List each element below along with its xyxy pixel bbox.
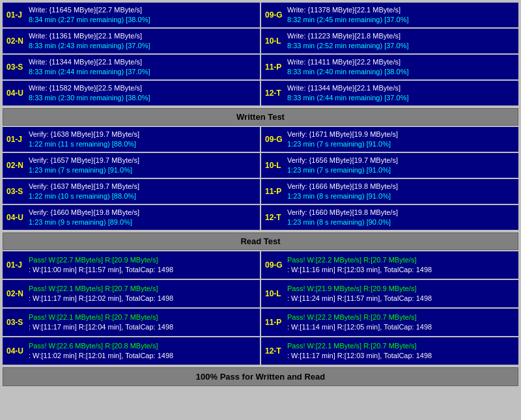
cell-line2: : W:[11:17 min] R:[12:02 min], TotalCap:… xyxy=(29,294,256,303)
cell-id: 01-J xyxy=(7,10,25,20)
cell-line2: : W:[11:24 min] R:[11:57 min], TotalCap:… xyxy=(287,294,514,303)
cell-id: 09-G xyxy=(265,135,283,144)
grid-cell: 02-NWrite: {11361 MByte}[22.1 MByte/s]8:… xyxy=(3,29,260,53)
cell-content: Pass! W:[22.2 MByte/s] R:[20.7 MByte/s]:… xyxy=(287,313,514,333)
cell-id: 09-G xyxy=(265,260,283,270)
cell-line2: 8:33 min (2:30 min remaining) [38.0%] xyxy=(29,93,256,103)
cell-content: Write: {11344 MByte}[22.1 MByte/s]8:33 m… xyxy=(29,57,256,77)
grid-cell: 12-TPass! W:[22.1 MByte/s] R:[20.7 MByte… xyxy=(261,337,518,365)
grid-cell: 02-NVerify: {1657 MByte}[19.7 MByte/s]1:… xyxy=(3,153,260,178)
written-test-header: Written Test xyxy=(3,108,518,126)
grid-cell: 01-JVerify: {1638 MByte}[19.7 MByte/s]1:… xyxy=(3,127,260,152)
cell-line2: : W:[11:17 min] R:[12:03 min], TotalCap:… xyxy=(287,351,514,361)
cell-line1: Write: {11344 MByte}[22.1 MByte/s] xyxy=(29,57,256,67)
cell-content: Write: {11361 MByte}[22.1 MByte/s]8:33 m… xyxy=(29,31,256,51)
pass-section: 01-JPass! W:[22.7 MByte/s] R:[20.9 MByte… xyxy=(3,251,518,365)
cell-content: Pass! W:[22.7 MByte/s] R:[20.9 MByte/s]:… xyxy=(29,255,256,275)
cell-id: 12-T xyxy=(265,346,283,356)
cell-line1: Write: {11378 MByte}[22.1 MByte/s] xyxy=(287,5,514,15)
cell-line2: 1:23 min (7 s remaining) [91.0%] xyxy=(287,139,514,149)
cell-line1: Write: {11411 MByte}[22.2 MByte/s] xyxy=(287,57,514,67)
grid-cell: 04-UWrite: {11582 MByte}[22.5 MByte/s]8:… xyxy=(3,81,260,105)
cell-line2: 8:34 min (2:27 min remaining) [38.0%] xyxy=(29,15,256,25)
cell-line1: Verify: {1637 MByte}[19.7 MByte/s] xyxy=(29,182,256,191)
cell-line1: Write: {11645 MByte}[22.7 MByte/s] xyxy=(29,5,256,15)
cell-line1: Write: {11361 MByte}[22.1 MByte/s] xyxy=(29,31,256,41)
cell-id: 04-U xyxy=(7,89,25,98)
pass-grid: 01-JPass! W:[22.7 MByte/s] R:[20.9 MByte… xyxy=(3,251,518,365)
grid-cell: 12-TVerify: {1660 MByte}[19.8 MByte/s]1:… xyxy=(261,205,518,230)
cell-line1: Pass! W:[22.2 MByte/s] R:[20.7 MByte/s] xyxy=(287,313,514,322)
grid-cell: 11-PWrite: {11411 MByte}[22.2 MByte/s]8:… xyxy=(261,55,518,79)
cell-content: Verify: {1666 MByte}[19.8 MByte/s]1:23 m… xyxy=(287,182,514,202)
cell-line1: Pass! W:[22.1 MByte/s] R:[20.7 MByte/s] xyxy=(287,341,514,351)
cell-id: 12-T xyxy=(265,89,283,98)
cell-content: Verify: {1657 MByte}[19.7 MByte/s]1:23 m… xyxy=(29,156,256,176)
cell-id: 12-T xyxy=(265,213,283,222)
grid-cell: 01-JWrite: {11645 MByte}[22.7 MByte/s]8:… xyxy=(3,3,260,27)
cell-content: Verify: {1660 MByte}[19.8 MByte/s]1:23 m… xyxy=(29,208,256,228)
cell-content: Verify: {1637 MByte}[19.7 MByte/s]1:22 m… xyxy=(29,182,256,202)
cell-line1: Verify: {1657 MByte}[19.7 MByte/s] xyxy=(29,156,256,165)
cell-id: 02-N xyxy=(7,289,25,298)
cell-line1: Verify: {1656 MByte}[19.7 MByte/s] xyxy=(287,156,514,165)
grid-cell: 01-JPass! W:[22.7 MByte/s] R:[20.9 MByte… xyxy=(3,251,260,279)
footer-bar: 100% Pass for Written and Read xyxy=(3,367,518,386)
cell-content: Pass! W:[22.6 MByte/s] R:[20.8 MByte/s]:… xyxy=(29,341,256,361)
cell-line1: Write: {11223 MByte}[21.8 MByte/s] xyxy=(287,31,514,41)
cell-line1: Write: {11344 MByte}[22.1 MByte/s] xyxy=(287,83,514,93)
cell-line2: 1:22 min (11 s remaining) [88.0%] xyxy=(29,139,256,149)
cell-line1: Pass! W:[21.9 MByte/s] R:[20.9 MByte/s] xyxy=(287,284,514,294)
cell-id: 02-N xyxy=(7,161,25,170)
cell-line2: 1:23 min (8 s remaining) [91.0%] xyxy=(287,191,514,201)
cell-id: 03-S xyxy=(7,187,25,196)
cell-line1: Verify: {1660 MByte}[19.8 MByte/s] xyxy=(287,208,514,217)
cell-id: 03-S xyxy=(7,318,25,327)
cell-line2: 8:32 min (2:45 min remaining) [37.0%] xyxy=(287,15,514,25)
cell-id: 10-L xyxy=(265,289,283,298)
cell-content: Pass! W:[21.9 MByte/s] R:[20.9 MByte/s]:… xyxy=(287,284,514,304)
cell-content: Verify: {1671 MByte}[19.9 MByte/s]1:23 m… xyxy=(287,130,514,150)
cell-line1: Verify: {1671 MByte}[19.9 MByte/s] xyxy=(287,130,514,139)
cell-content: Pass! W:[22.1 MByte/s] R:[20.7 MByte/s]:… xyxy=(29,284,256,304)
read-test-header: Read Test xyxy=(3,232,518,250)
cell-content: Write: {11645 MByte}[22.7 MByte/s]8:34 m… xyxy=(29,5,256,25)
cell-id: 11-P xyxy=(265,187,283,196)
write-section: 01-JWrite: {11645 MByte}[22.7 MByte/s]8:… xyxy=(3,3,518,105)
cell-content: Write: {11582 MByte}[22.5 MByte/s]8:33 m… xyxy=(29,83,256,104)
cell-line2: 8:33 min (2:43 min remaining) [37.0%] xyxy=(29,41,256,51)
cell-content: Write: {11223 MByte}[21.8 MByte/s]8:33 m… xyxy=(287,31,514,51)
grid-cell: 10-LWrite: {11223 MByte}[21.8 MByte/s]8:… xyxy=(261,29,518,53)
cell-line1: Pass! W:[22.1 MByte/s] R:[20.7 MByte/s] xyxy=(29,284,256,294)
cell-content: Pass! W:[22.1 MByte/s] R:[20.7 MByte/s]:… xyxy=(287,341,514,361)
cell-id: 04-U xyxy=(7,213,25,222)
cell-line2: 8:33 min (2:52 min remaining) [37.0%] xyxy=(287,41,514,51)
main-container: 01-JWrite: {11645 MByte}[22.7 MByte/s]8:… xyxy=(0,0,521,389)
cell-line2: 1:23 min (7 s remaining) [91.0%] xyxy=(287,165,514,175)
grid-cell: 12-TWrite: {11344 MByte}[22.1 MByte/s]8:… xyxy=(261,81,518,105)
cell-id: 09-G xyxy=(265,10,283,20)
cell-line2: 8:33 min (2:44 min remaining) [37.0%] xyxy=(29,67,256,77)
grid-cell: 10-LVerify: {1656 MByte}[19.7 MByte/s]1:… xyxy=(261,153,518,178)
cell-id: 01-J xyxy=(7,135,25,144)
cell-line2: : W:[11:00 min] R:[11:57 min], TotalCap:… xyxy=(29,265,256,275)
cell-content: Write: {11411 MByte}[22.2 MByte/s]8:33 m… xyxy=(287,57,514,77)
cell-id: 01-J xyxy=(7,260,25,270)
cell-id: 03-S xyxy=(7,63,25,72)
cell-id: 04-U xyxy=(7,346,25,356)
verify-section: 01-JVerify: {1638 MByte}[19.7 MByte/s]1:… xyxy=(3,127,518,230)
cell-line1: Verify: {1666 MByte}[19.8 MByte/s] xyxy=(287,182,514,191)
cell-line2: : W:[11:16 min] R:[12:03 min], TotalCap:… xyxy=(287,265,514,275)
grid-cell: 04-UVerify: {1660 MByte}[19.8 MByte/s]1:… xyxy=(3,205,260,230)
cell-content: Verify: {1660 MByte}[19.8 MByte/s]1:23 m… xyxy=(287,208,514,228)
grid-cell: 09-GVerify: {1671 MByte}[19.9 MByte/s]1:… xyxy=(261,127,518,152)
cell-content: Write: {11344 MByte}[22.1 MByte/s]8:33 m… xyxy=(287,83,514,104)
cell-line1: Pass! W:[22.6 MByte/s] R:[20.8 MByte/s] xyxy=(29,341,256,351)
cell-line2: 1:23 min (7 s remaining) [91.0%] xyxy=(29,165,256,175)
grid-cell: 09-GWrite: {11378 MByte}[22.1 MByte/s]8:… xyxy=(261,3,518,27)
cell-content: Pass! W:[22.2 MByte/s] R:[20.7 MByte/s]:… xyxy=(287,255,514,275)
cell-content: Verify: {1638 MByte}[19.7 MByte/s]1:22 m… xyxy=(29,130,256,150)
grid-cell: 02-NPass! W:[22.1 MByte/s] R:[20.7 MByte… xyxy=(3,280,260,307)
write-grid: 01-JWrite: {11645 MByte}[22.7 MByte/s]8:… xyxy=(3,3,518,105)
cell-line2: : W:[11:14 min] R:[12:05 min], TotalCap:… xyxy=(287,322,514,332)
